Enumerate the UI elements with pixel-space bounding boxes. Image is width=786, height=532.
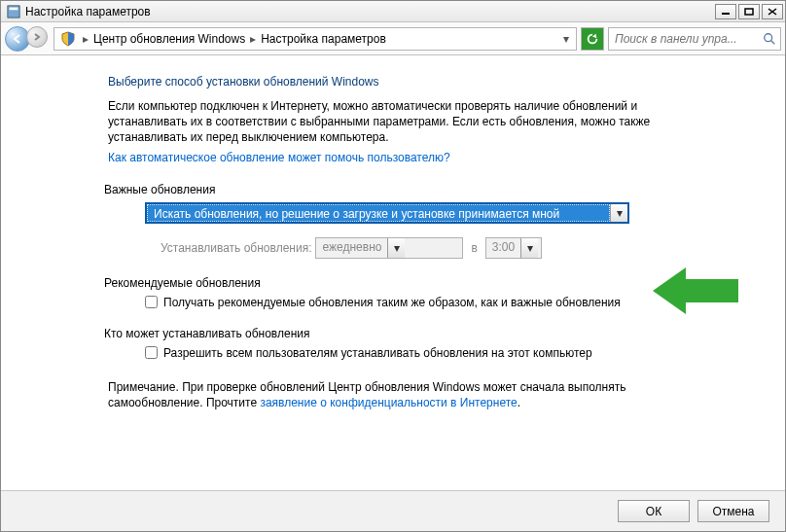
who-checkbox[interactable] <box>145 346 158 359</box>
intro-paragraph: Если компьютер подключен к Интернету, мо… <box>108 98 692 146</box>
chevron-down-icon[interactable]: ▾ <box>610 204 627 222</box>
breadcrumb-item-1[interactable]: Центр обновления Windows <box>93 32 245 46</box>
page-heading: Выберите способ установки обновлений Win… <box>108 75 785 89</box>
close-button[interactable] <box>762 4 783 19</box>
svg-rect-1 <box>10 7 18 10</box>
time-value: 3:00 <box>486 238 520 258</box>
schedule-label: Устанавливать обновления: <box>161 241 311 255</box>
minimize-button[interactable] <box>715 4 736 19</box>
chevron-icon: ▸ <box>250 32 256 46</box>
footer-bar: ОК Отмена <box>1 490 785 531</box>
privacy-link[interactable]: заявление о конфиденциальности в Интерне… <box>260 396 517 409</box>
nav-buttons <box>5 26 48 52</box>
important-updates-combo[interactable]: Искать обновления, но решение о загрузке… <box>145 202 629 224</box>
search-input[interactable] <box>613 31 759 47</box>
content-area: Выберите способ установки обновлений Win… <box>1 55 785 490</box>
note-paragraph: Примечание. При проверке обновлений Цент… <box>108 379 692 410</box>
maximize-button[interactable] <box>738 4 760 19</box>
note-suffix: . <box>518 396 520 409</box>
search-field[interactable] <box>608 27 781 51</box>
svg-point-6 <box>765 33 772 41</box>
chevron-down-icon: ▾ <box>387 238 405 258</box>
section-who-title: Кто может устанавливать обновления <box>104 327 785 340</box>
breadcrumb-dropdown-icon[interactable]: ▾ <box>558 32 574 46</box>
at-label: в <box>471 241 477 255</box>
breadcrumb-field[interactable]: ▸ Центр обновления Windows ▸ Настройка п… <box>54 27 577 51</box>
time-combo: 3:00 ▾ <box>485 237 542 259</box>
app-icon <box>7 5 20 18</box>
cancel-button[interactable]: Отмена <box>697 500 769 522</box>
help-link[interactable]: Как автоматическое обновление может помо… <box>108 151 450 164</box>
frequency-combo: ежедневно ▾ <box>315 237 463 259</box>
important-updates-value: Искать обновления, но решение о загрузке… <box>147 204 610 222</box>
forward-button[interactable] <box>26 26 48 48</box>
window: Настройка параметров ▸ Центр обновления … <box>0 0 786 532</box>
breadcrumb-item-2[interactable]: Настройка параметров <box>261 32 386 46</box>
window-title: Настройка параметров <box>25 5 713 18</box>
recommended-checkbox[interactable] <box>145 296 158 308</box>
address-bar: ▸ Центр обновления Windows ▸ Настройка п… <box>1 22 785 55</box>
recommended-checkbox-label: Получать рекомендуемые обновления таким … <box>163 296 621 309</box>
who-checkbox-label: Разрешить всем пользователям устанавлива… <box>163 346 592 360</box>
refresh-button[interactable] <box>581 27 604 51</box>
arrow-head-icon <box>653 267 686 314</box>
chevron-icon: ▸ <box>83 32 89 46</box>
arrow-shaft <box>686 279 738 302</box>
svg-line-7 <box>771 40 775 44</box>
section-important-title: Важные обновления <box>104 183 785 196</box>
window-controls <box>713 4 783 19</box>
titlebar: Настройка параметров <box>1 1 785 22</box>
shield-icon <box>60 31 76 47</box>
annotation-arrow <box>653 267 738 314</box>
ok-button[interactable]: ОК <box>618 500 690 522</box>
frequency-value: ежедневно <box>316 238 387 258</box>
search-icon[interactable] <box>763 32 776 46</box>
chevron-down-icon: ▾ <box>520 238 538 258</box>
svg-rect-3 <box>745 9 753 15</box>
schedule-row: Устанавливать обновления: ежедневно ▾ в … <box>161 237 785 259</box>
